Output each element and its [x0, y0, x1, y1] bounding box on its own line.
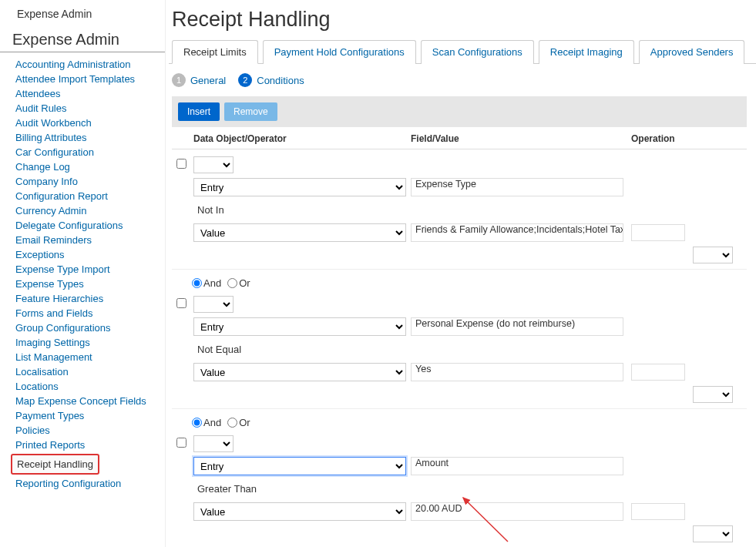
paren-close-select[interactable] — [693, 525, 733, 542]
paren-select[interactable] — [193, 296, 234, 313]
conditions-header: Data Object/Operator Field/Value Operati… — [172, 127, 747, 149]
sidebar-item[interactable]: Locations — [15, 379, 159, 394]
operator-text: Not In — [193, 201, 406, 219]
tab[interactable]: Scan Configurations — [421, 40, 534, 64]
logic-or-label: Or — [239, 277, 250, 289]
sidebar-item[interactable]: Car Configuration — [15, 145, 159, 159]
value-type-select[interactable]: Value — [193, 363, 406, 381]
sidebar-item[interactable]: Policies — [15, 423, 159, 438]
sidebar-item[interactable]: List Management — [15, 350, 159, 364]
sidebar-item[interactable]: Payment Types — [15, 408, 159, 423]
condition-block: AndOrEntryPersonal Expense (do not reimb… — [172, 270, 747, 409]
sidebar-item[interactable]: Company Info — [15, 174, 159, 189]
sidebar-item[interactable]: Configuration Report — [15, 189, 159, 203]
logic-or-radio[interactable] — [227, 418, 237, 428]
sidebar-item[interactable]: Delegate Configurations — [15, 218, 159, 233]
logic-and-radio[interactable] — [192, 278, 202, 288]
sidebar-item[interactable]: Exceptions — [15, 247, 159, 262]
wizard-steps: 1General2Conditions — [169, 64, 756, 96]
conditions-table: Data Object/Operator Field/Value Operati… — [172, 127, 747, 547]
row-checkbox[interactable] — [176, 298, 186, 308]
insert-button[interactable]: Insert — [178, 102, 220, 121]
value-display[interactable]: Friends & Family Allowance;Incidentals;H… — [411, 223, 623, 242]
sidebar-item[interactable]: Email Reminders — [15, 233, 159, 247]
sidebar-heading: Expense Admin — [0, 31, 165, 52]
condition-block: AndOrEntryAmountGreater ThanValue20.00 A… — [172, 409, 747, 547]
sidebar-item[interactable]: Group Configurations — [15, 320, 159, 335]
value-display[interactable]: 20.00 AUD — [411, 502, 623, 521]
operation-input[interactable] — [631, 224, 685, 241]
sidebar-item[interactable]: Reporting Configuration — [15, 476, 159, 491]
tab[interactable]: Approved Senders — [639, 40, 745, 64]
step-number-icon: 1 — [172, 73, 186, 87]
logic-and-label: And — [203, 277, 221, 289]
header-field: Field/Value — [411, 133, 631, 144]
logic-and-label: And — [203, 417, 221, 428]
data-object-select[interactable]: Entry — [193, 457, 406, 475]
operator-text: Greater Than — [193, 480, 406, 498]
sidebar-item[interactable]: Billing Attributes — [15, 130, 159, 145]
remove-button: Remove — [224, 102, 277, 121]
sidebar: Expense Admin Expense Admin Accounting A… — [0, 0, 166, 547]
sidebar-item[interactable]: Localisation — [15, 364, 159, 379]
logic-and-radio[interactable] — [192, 418, 202, 428]
sidebar-item[interactable]: Attendee Import Templates — [15, 72, 159, 86]
tab[interactable]: Payment Hold Configurations — [263, 40, 416, 64]
sidebar-item[interactable]: Imaging Settings — [15, 335, 159, 350]
logic-or-label: Or — [239, 417, 250, 428]
step-label: General — [190, 75, 226, 86]
field-display[interactable]: Personal Expense (do not reimburse) — [411, 317, 623, 336]
sidebar-item[interactable]: Attendees — [15, 86, 159, 101]
toolbar: Insert Remove — [172, 96, 747, 127]
value-type-select[interactable]: Value — [193, 502, 406, 521]
sidebar-item[interactable]: Expense Type Import — [15, 262, 159, 277]
sidebar-item[interactable]: Audit Workbench — [15, 116, 159, 130]
tab[interactable]: Receipt Imaging — [539, 40, 634, 64]
sidebar-item[interactable]: Change Log — [15, 159, 159, 174]
row-checkbox[interactable] — [176, 159, 186, 169]
paren-close-select[interactable] — [693, 386, 733, 403]
sidebar-list: Accounting AdministrationAttendee Import… — [0, 57, 165, 491]
sidebar-item: Receipt Handling — [11, 454, 99, 475]
sidebar-item[interactable]: Expense Types — [15, 277, 159, 291]
operation-input[interactable] — [631, 364, 685, 381]
field-display[interactable]: Expense Type — [411, 178, 623, 196]
condition-block: EntryExpense TypeNot InValueFriends & Fa… — [172, 149, 747, 270]
value-display[interactable]: Yes — [411, 363, 623, 381]
sidebar-item[interactable]: Audit Rules — [15, 101, 159, 116]
operation-input[interactable] — [631, 503, 685, 520]
field-display[interactable]: Amount — [411, 457, 623, 475]
step-number-icon: 2 — [238, 73, 252, 87]
paren-select[interactable] — [193, 156, 234, 173]
logic-row: AndOr — [172, 414, 747, 433]
sidebar-top-label: Expense Admin — [0, 8, 165, 31]
row-checkbox[interactable] — [176, 438, 186, 448]
paren-select[interactable] — [193, 435, 234, 452]
logic-row: AndOr — [172, 274, 747, 294]
data-object-select[interactable]: Entry — [193, 317, 406, 336]
tabbar: Receipt LimitsPayment Hold Configuration… — [169, 39, 756, 64]
sidebar-item[interactable]: Forms and Fields — [15, 306, 159, 320]
header-object: Data Object/Operator — [192, 133, 411, 144]
logic-or-radio[interactable] — [227, 278, 237, 288]
paren-close-select[interactable] — [693, 247, 733, 263]
page-title: Receipt Handling — [169, 8, 756, 39]
header-operation: Operation — [631, 133, 724, 144]
tab[interactable]: Receipt Limits — [172, 40, 258, 64]
sidebar-item[interactable]: Currency Admin — [15, 203, 159, 218]
value-type-select[interactable]: Value — [193, 223, 406, 242]
sidebar-item[interactable]: Map Expense Concept Fields — [15, 394, 159, 408]
operator-text: Not Equal — [193, 341, 406, 358]
wizard-step[interactable]: 2Conditions — [238, 73, 304, 87]
wizard-step[interactable]: 1General — [172, 73, 226, 87]
sidebar-item[interactable]: Printed Reports — [15, 438, 159, 452]
step-label: Conditions — [257, 75, 304, 86]
sidebar-item[interactable]: Feature Hierarchies — [15, 291, 159, 306]
sidebar-item[interactable]: Accounting Administration — [15, 57, 159, 72]
data-object-select[interactable]: Entry — [193, 178, 406, 196]
